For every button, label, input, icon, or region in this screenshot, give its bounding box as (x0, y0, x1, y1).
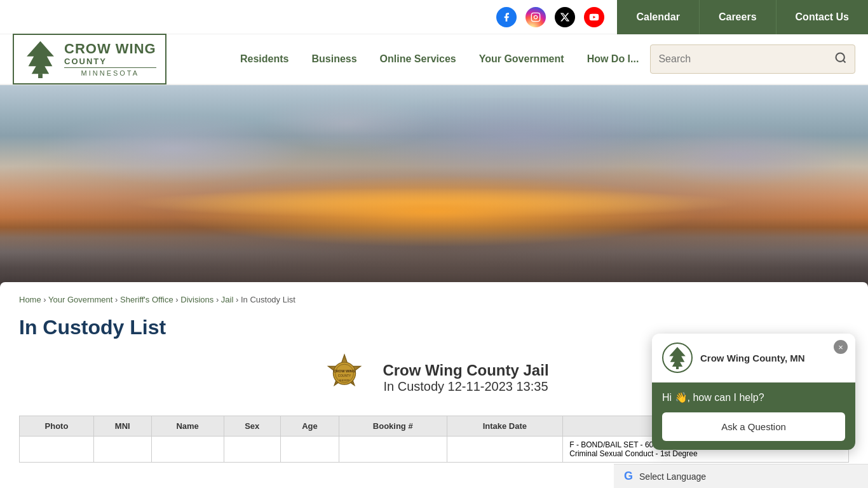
main-nav: Residents Business Online Services Your … (210, 53, 650, 65)
breadcrumb-home[interactable]: Home (19, 295, 41, 304)
nav-online-services[interactable]: Online Services (369, 53, 468, 65)
search-button[interactable] (834, 51, 847, 67)
logo-box: CROW WING COUNTY MINNESOTA (13, 34, 166, 85)
svg-marker-3 (27, 41, 54, 74)
col-age: Age (280, 416, 339, 437)
social-icons (496, 7, 604, 27)
breadcrumb: Home › Your Government › Sheriff's Offic… (19, 295, 849, 304)
svg-rect-0 (532, 13, 540, 21)
calendar-button[interactable]: Calendar (617, 0, 699, 34)
breadcrumb-your-government[interactable]: Your Government (48, 295, 112, 304)
facebook-icon[interactable] (496, 7, 517, 27)
svg-point-5 (836, 53, 844, 61)
logo-tree-icon (23, 40, 58, 78)
cell-intake-date (447, 437, 563, 463)
chat-close-button[interactable]: × (834, 340, 848, 354)
select-language-label[interactable]: Select Language (639, 471, 706, 482)
logo-line1: CROW WING (64, 41, 156, 57)
hero-image (0, 85, 868, 288)
x-icon[interactable] (555, 7, 575, 27)
nav-residents[interactable]: Residents (229, 53, 300, 65)
chat-header: Crow Wing County, MN × (652, 334, 855, 383)
chat-greeting: Hi 👋, how can I help? (662, 391, 845, 403)
header-buttons: Calendar Careers Contact Us (617, 0, 868, 34)
logo-text: CROW WING COUNTY MINNESOTA (64, 41, 156, 77)
chat-body: Hi 👋, how can I help? Ask a Question (652, 383, 855, 450)
svg-rect-14 (676, 367, 679, 369)
chat-org-name: Crow Wing County, MN (700, 353, 805, 363)
chat-widget: Crow Wing County, MN × Hi 👋, how can I h… (652, 334, 855, 450)
search-input[interactable] (658, 53, 834, 65)
logo-area[interactable]: CROW WING COUNTY MINNESOTA (13, 34, 210, 85)
breadcrumb-current: In Custody List (241, 295, 295, 304)
ask-question-button[interactable]: Ask a Question (662, 412, 845, 441)
jail-name: Crow Wing County Jail (383, 362, 548, 379)
col-booking: Booking # (339, 416, 447, 437)
cell-name (151, 437, 224, 463)
instagram-icon[interactable] (526, 7, 546, 27)
cell-photo (20, 437, 94, 463)
breadcrumb-sheriffs-office[interactable]: Sheriff's Office (120, 295, 173, 304)
sheriff-badge-icon: CROW WING COUNTY SHERIFF (319, 352, 370, 403)
breadcrumb-jail[interactable]: Jail (221, 295, 234, 304)
svg-text:CROW WING: CROW WING (334, 369, 356, 373)
svg-line-6 (843, 60, 846, 62)
col-sex: Sex (224, 416, 280, 437)
search-box (650, 44, 855, 74)
translate-bar: G Select Language (614, 464, 868, 488)
svg-text:COUNTY: COUNTY (338, 374, 351, 377)
svg-rect-4 (38, 74, 43, 78)
jail-date: In Custody 12-11-2023 13:35 (383, 379, 548, 394)
col-photo: Photo (20, 416, 94, 437)
header-top: Calendar Careers Contact Us (0, 0, 868, 34)
cell-mni (93, 437, 151, 463)
nav-how-do-i[interactable]: How Do I... (576, 53, 651, 65)
logo-line2: COUNTY (64, 57, 107, 66)
cell-booking (339, 437, 447, 463)
col-intake-date: Intake Date (447, 416, 563, 437)
charge-line2: Criminal Sexual Conduct - 1st Degree (569, 449, 842, 458)
chat-logo-icon (662, 342, 693, 373)
cell-age (280, 437, 339, 463)
contact-us-button[interactable]: Contact Us (776, 0, 868, 34)
svg-marker-13 (669, 347, 686, 367)
youtube-icon[interactable] (584, 7, 604, 27)
google-icon: G (624, 470, 633, 483)
nav-your-government[interactable]: Your Government (468, 53, 576, 65)
nav-business[interactable]: Business (300, 53, 368, 65)
col-name: Name (151, 416, 224, 437)
logo-line3: MINNESOTA (64, 67, 156, 77)
nav-bar: CROW WING COUNTY MINNESOTA Residents Bus… (0, 34, 868, 85)
breadcrumb-divisions[interactable]: Divisions (180, 295, 214, 304)
cell-sex (224, 437, 280, 463)
svg-text:SHERIFF: SHERIFF (339, 379, 351, 382)
col-mni: MNI (93, 416, 151, 437)
jail-info: Crow Wing County Jail In Custody 12-11-2… (383, 362, 548, 394)
careers-button[interactable]: Careers (700, 0, 776, 34)
